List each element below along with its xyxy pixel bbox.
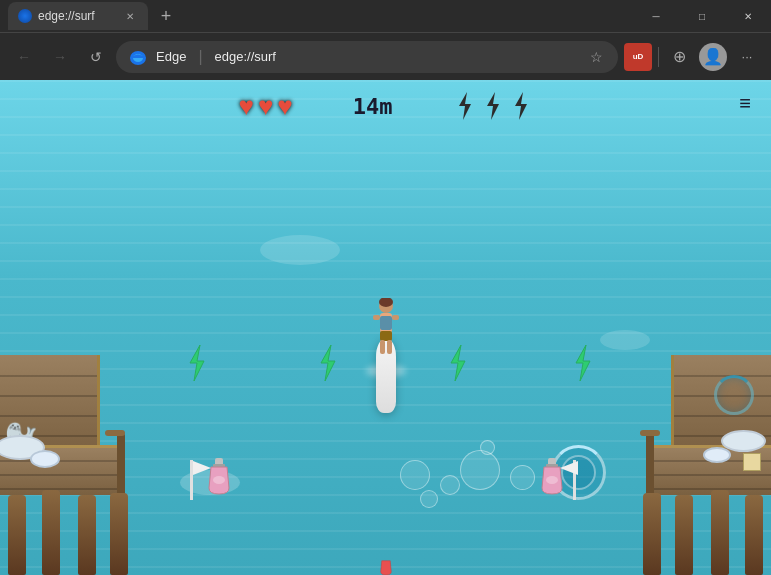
dock-post-left-4	[110, 493, 128, 575]
maximize-button[interactable]: □	[679, 0, 725, 32]
dock-post-right-1	[745, 495, 763, 575]
collectible-bolt-1	[182, 345, 212, 385]
titlebar: edge://surf ✕ + ─ □ ✕	[0, 0, 771, 32]
tab-bar: edge://surf ✕ +	[0, 0, 633, 32]
svg-marker-4	[515, 92, 527, 120]
hud-bolt-1	[453, 92, 477, 120]
ublock-button[interactable]: uD	[622, 41, 654, 73]
back-icon: ←	[17, 49, 31, 65]
edge-label: Edge	[156, 49, 186, 64]
surfer-character	[368, 298, 404, 372]
bookmark-icon[interactable]: ☆	[586, 47, 606, 67]
svg-marker-2	[459, 92, 471, 120]
potion-right	[538, 458, 576, 500]
left-dock-lower	[0, 445, 125, 575]
refresh-button[interactable]: ↺	[80, 41, 112, 73]
water-bubble-1	[400, 460, 430, 490]
dock-rail-cap-right	[640, 430, 660, 436]
hud-bolt-3	[509, 92, 533, 120]
active-tab[interactable]: edge://surf ✕	[8, 2, 148, 30]
flag-pole-left	[190, 460, 193, 500]
foam-3	[600, 330, 650, 350]
ice-rock-right-1	[721, 430, 766, 452]
dock-plank-line-3	[0, 415, 97, 417]
game-area[interactable]: ♥ ♥ ♥ 14m ≡	[0, 80, 771, 575]
hud: ♥ ♥ ♥ 14m	[0, 92, 771, 120]
svg-marker-8	[576, 345, 590, 381]
edge-logo-icon	[128, 47, 148, 67]
distance-display: 14m	[353, 94, 393, 119]
avatar-icon: 👤	[699, 43, 727, 71]
collectible-bolt-3	[443, 345, 473, 385]
ublock-label: uD	[633, 52, 644, 61]
water-bubble-2	[440, 475, 460, 495]
toolbar-separator	[658, 47, 659, 67]
svg-rect-17	[387, 340, 392, 354]
profile-icon: 👤	[703, 47, 723, 66]
profile-button[interactable]: 👤	[697, 41, 729, 73]
dock-plank-line-2	[0, 395, 97, 397]
water-bubble-4	[480, 440, 495, 455]
svg-marker-3	[487, 92, 499, 120]
dock-post-right-3	[675, 495, 693, 575]
right-dock-lower	[646, 445, 771, 575]
ice-rock-left-2	[30, 450, 60, 468]
hearts-display: ♥ ♥ ♥	[238, 93, 292, 119]
potion-bottom	[372, 556, 400, 575]
svg-rect-12	[380, 316, 392, 330]
svg-rect-15	[380, 331, 392, 341]
game-menu-button[interactable]: ≡	[739, 92, 751, 115]
heart-3: ♥	[277, 93, 292, 119]
tab-close-button[interactable]: ✕	[122, 8, 138, 24]
refresh-icon: ↺	[90, 49, 102, 65]
address-separator: |	[198, 48, 202, 66]
left-dock: 🦭	[0, 355, 125, 575]
dock-plank-line-1	[0, 375, 97, 377]
dock-rail-cap-left	[105, 430, 125, 436]
foam-2	[260, 235, 340, 265]
heart-2: ♥	[258, 93, 273, 119]
forward-icon: →	[53, 49, 67, 65]
back-button[interactable]: ←	[8, 41, 40, 73]
water-bubble-3	[460, 450, 500, 490]
heart-1: ♥	[238, 93, 253, 119]
new-tab-button[interactable]: +	[152, 2, 180, 30]
more-icon: ···	[742, 49, 753, 64]
svg-rect-16	[380, 340, 385, 354]
potion-flask-left	[205, 458, 233, 496]
whirlpool-decoration	[714, 375, 754, 415]
surfer-svg	[368, 298, 404, 368]
potion-flask-right	[538, 458, 566, 496]
dock-crate	[743, 453, 761, 471]
svg-point-23	[546, 476, 558, 484]
address-bar[interactable]: Edge | edge://surf ☆	[116, 41, 618, 73]
svg-marker-5	[190, 345, 204, 381]
dock-post-right-2	[711, 490, 729, 575]
svg-point-20	[213, 476, 225, 484]
minimize-button[interactable]: ─	[633, 0, 679, 32]
dock-post-left-1	[8, 495, 26, 575]
bolts-display	[453, 92, 533, 120]
url-text: edge://surf	[215, 49, 578, 64]
collections-icon: ⊕	[673, 47, 686, 66]
collectible-bolt-2	[313, 345, 343, 385]
collections-button[interactable]: ⊕	[663, 41, 695, 73]
forward-button[interactable]: →	[44, 41, 76, 73]
dock-post-right-4	[643, 493, 661, 575]
right-dock	[646, 355, 771, 575]
dock-post-left-3	[78, 495, 96, 575]
water-bubble-6	[420, 490, 438, 508]
potion-left	[195, 458, 233, 500]
ublock-icon: uD	[624, 43, 652, 71]
window-controls: ─ □ ✕	[633, 0, 771, 32]
toolbar-right: uD ⊕ 👤 ···	[622, 41, 763, 73]
ice-rock-right-2	[703, 447, 731, 463]
more-button[interactable]: ···	[731, 41, 763, 73]
svg-marker-6	[321, 345, 335, 381]
collectible-bolt-4	[568, 345, 598, 385]
window-close-button[interactable]: ✕	[725, 0, 771, 32]
tab-title: edge://surf	[38, 9, 116, 23]
navbar: ← → ↺ Edge | edge://surf ☆ uD ⊕ 👤	[0, 32, 771, 80]
potion-flask-bottom	[372, 556, 400, 575]
dock-post-left-2	[42, 490, 60, 575]
